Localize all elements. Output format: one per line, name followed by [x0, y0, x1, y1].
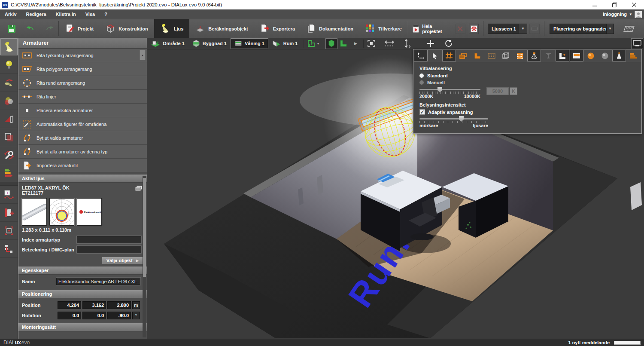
rotation-y-input[interactable]	[82, 312, 106, 319]
photometric-diagram-thumbnail[interactable]	[49, 198, 74, 226]
text-annotation-tool[interactable]: T	[0, 186, 18, 204]
tool-polygon-arrangement[interactable]: Rita polygon arrangemang	[18, 62, 147, 76]
dot-grid-button[interactable]	[485, 50, 498, 61]
scroll-up-button[interactable]: ▲	[140, 50, 146, 60]
cube-wireframe-button[interactable]	[499, 50, 513, 61]
tool-round-arrangement[interactable]: Rita rund arrangemang	[18, 76, 147, 90]
message-indicator[interactable]	[614, 341, 641, 345]
name-input[interactable]	[56, 278, 140, 285]
focus-add-tool[interactable]	[0, 222, 18, 240]
zoom-extents-button[interactable]	[365, 38, 377, 49]
corner-button[interactable]	[471, 50, 484, 61]
restore-button[interactable]	[605, 0, 624, 9]
tool-replace-selected[interactable]: Byt ut valda armaturer	[18, 131, 147, 145]
white-balance-manual-option[interactable]: Manuell	[419, 80, 635, 85]
tool-replace-all[interactable]: Byt ut alla armaturer av denna typ	[18, 145, 147, 159]
view-more-button[interactable]: ▶	[349, 38, 361, 49]
hierarchy-tool[interactable]	[0, 240, 18, 258]
intensity-slider[interactable]	[419, 118, 488, 119]
energy-tool[interactable]	[0, 164, 18, 182]
calculation-surfaces-tool[interactable]	[0, 128, 18, 146]
message-count[interactable]: 1 nytt meddelande	[568, 340, 610, 345]
wireframe-view-button[interactable]	[337, 38, 349, 49]
fit-height-button[interactable]	[401, 38, 413, 49]
cursor-button[interactable]	[428, 50, 442, 61]
index-input[interactable]	[77, 236, 141, 243]
tool-auto-figures[interactable]: Automatiska figurer för områdena	[18, 117, 147, 131]
breadcrumb-vaning[interactable]: Våning 1	[231, 38, 268, 49]
run-project-button[interactable]: Hela projektet	[413, 24, 452, 34]
minimize-button[interactable]	[585, 0, 605, 9]
tool-rect-arrangement[interactable]: Rita fyrkantig arrangemang ▲	[18, 49, 147, 62]
light-distribution-button[interactable]	[527, 50, 541, 61]
layer-stack-button[interactable]	[626, 50, 640, 61]
tab-dokumentation[interactable]: Dokumentation	[301, 19, 359, 38]
planning-mode-select[interactable]: Planering av byggnader... ▼	[550, 24, 614, 34]
stand-button[interactable]	[541, 50, 555, 61]
menu-redigera[interactable]: Redigera	[21, 9, 51, 19]
position-x-input[interactable]	[58, 301, 81, 309]
position-y-input[interactable]	[82, 301, 106, 309]
origin-axes-button[interactable]	[414, 50, 428, 61]
tab-ljus[interactable]: Ljus	[154, 19, 190, 38]
light-color-tool[interactable]	[0, 92, 18, 110]
login-menu[interactable]: Inloggning ▼	[603, 11, 644, 18]
copy-objects-button[interactable]	[456, 50, 470, 61]
redo-button[interactable]	[41, 19, 58, 38]
column-add-tool[interactable]	[0, 204, 18, 222]
menu-visa[interactable]: Visa	[81, 9, 100, 19]
tab-konstruktion[interactable]: Konstruktion	[100, 19, 154, 38]
save-button[interactable]	[3, 19, 20, 38]
tab-berakningsobjekt[interactable]: Beräkningsobjekt	[189, 19, 254, 38]
menu-arkiv[interactable]: Arkiv	[0, 9, 21, 19]
wall-mount-button[interactable]: T	[556, 50, 569, 61]
calculation-settings-button[interactable]	[469, 24, 479, 34]
breadcrumb-byggnad[interactable]: Byggnad 1	[188, 38, 231, 49]
menu-help[interactable]: ?	[100, 9, 112, 19]
rotate-view-button[interactable]	[443, 38, 455, 49]
tab-exportera[interactable]: Exportera	[254, 19, 301, 38]
scrollbar-thumb[interactable]	[143, 178, 146, 277]
tool-import-file[interactable]: Importera armaturfil	[18, 159, 147, 172]
joint-arrangement-tool[interactable]	[0, 74, 18, 92]
cone-button[interactable]	[612, 50, 626, 61]
adaptive-adjustment-checkbox[interactable]: ✓ Adaptiv anpassning	[419, 109, 635, 115]
rotation-z-input[interactable]	[107, 312, 131, 319]
keyboard-shortcuts-button[interactable]	[621, 19, 637, 38]
tab-projekt[interactable]: Projekt	[60, 19, 100, 38]
breadcrumb-rum[interactable]: Rum 1	[268, 38, 302, 49]
solid-view-button[interactable]	[325, 38, 337, 49]
lamps-tool[interactable]	[0, 56, 18, 74]
white-balance-standard-option[interactable]: Standard	[419, 73, 635, 78]
breadcrumb-omrade[interactable]: Område 1	[147, 38, 188, 49]
floor-display-select[interactable]: ▼	[305, 38, 321, 49]
luminaires-tool[interactable]	[0, 38, 18, 56]
fit-width-button[interactable]	[383, 38, 395, 49]
maintenance-tool[interactable]	[0, 146, 18, 164]
color-temperature-value[interactable]: 5000	[486, 87, 509, 95]
texture-button[interactable]	[513, 50, 527, 61]
position-z-input[interactable]	[107, 301, 131, 309]
grid-button[interactable]	[442, 50, 456, 61]
sphere-orange-button[interactable]	[584, 50, 598, 61]
rotation-x-input[interactable]	[58, 312, 81, 319]
luminaire-photo-thumbnail[interactable]	[22, 198, 47, 226]
tab-tillverkare[interactable]: Tillverkare	[359, 19, 408, 38]
copy-luminaire-button[interactable]	[135, 185, 143, 193]
menu-klistra-in[interactable]: Klistra in	[51, 9, 81, 19]
filter-tool[interactable]	[0, 110, 18, 128]
undo-button[interactable]	[22, 19, 39, 38]
select-object-button[interactable]: Välja objekt ▶	[102, 257, 143, 264]
single-view-button[interactable]	[631, 38, 643, 49]
tool-single-luminaire[interactable]: Placera enskilda armaturer	[18, 104, 147, 117]
dwg-input[interactable]	[77, 246, 141, 253]
surface-colors-button[interactable]	[570, 50, 583, 61]
light-scene-edit-button[interactable]	[529, 24, 540, 34]
sphere-gray-button[interactable]	[598, 50, 612, 61]
brand-logo-thumbnail[interactable]: Elektroskandia	[77, 198, 102, 226]
color-temperature-slider[interactable]	[419, 89, 480, 90]
light-scene-select[interactable]: Ljusscen 1 ▼	[488, 24, 527, 34]
sidebar-scrollbar[interactable]	[143, 176, 146, 337]
tool-line-arrangement[interactable]: Rita linjer	[18, 90, 147, 104]
pan-move-button[interactable]	[425, 38, 437, 49]
